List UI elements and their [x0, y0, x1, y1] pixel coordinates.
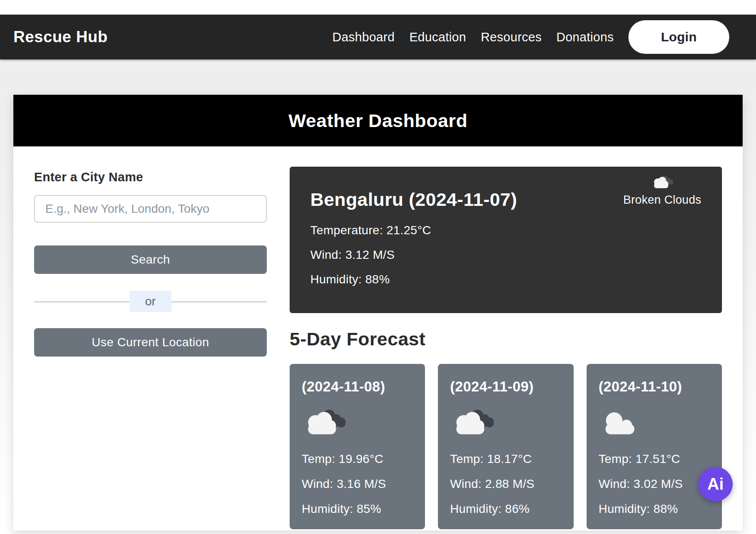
search-panel: Enter a City Name Search or Use Current … [34, 167, 267, 529]
nav-link-dashboard[interactable]: Dashboard [332, 30, 395, 44]
forecast-humidity: Humidity: 86% [450, 502, 561, 516]
forecast-temp: Temp: 18.17°C [450, 452, 561, 466]
dashboard-body: Enter a City Name Search or Use Current … [13, 146, 743, 531]
forecast-humidity: Humidity: 88% [599, 502, 710, 516]
navbar: Rescue Hub Dashboard Education Resources… [0, 15, 756, 59]
or-divider-label: or [130, 291, 172, 312]
nav-link-resources[interactable]: Resources [481, 30, 541, 44]
forecast-date: (2024-11-08) [302, 379, 413, 395]
forecast-wind: Wind: 3.02 M/S [599, 477, 710, 491]
top-strip [0, 0, 756, 15]
current-temperature: Temperature: 21.25°C [310, 223, 701, 238]
broken-clouds-icon [302, 407, 347, 440]
forecast-stats: Temp: 19.96°C Wind: 3.16 M/S Humidity: 8… [302, 452, 413, 516]
forecast-temp: Temp: 19.96°C [302, 452, 413, 466]
brand-logo: Rescue Hub [13, 28, 108, 46]
broken-clouds-icon [450, 407, 496, 440]
forecast-card-day2: (2024-11-09) Temp: [438, 364, 573, 529]
weather-dashboard-card: Weather Dashboard Enter a City Name Sear… [13, 95, 743, 531]
forecast-wind: Wind: 3.16 M/S [302, 477, 413, 491]
forecast-grid: (2024-11-08) Temp: [290, 364, 722, 529]
current-condition: Broken Clouds [623, 174, 701, 207]
use-current-location-button[interactable]: Use Current Location [34, 328, 267, 357]
forecast-card-day3: (2024-11-10) Temp: 17.51°C Wind: 3.02 M/… [587, 364, 722, 529]
forecast-date: (2024-11-09) [450, 379, 561, 395]
city-search-input[interactable] [34, 195, 267, 223]
nav-link-donations[interactable]: Donations [556, 30, 614, 44]
city-input-label: Enter a City Name [34, 170, 267, 184]
forecast-card-day1: (2024-11-08) Temp: [290, 364, 425, 529]
forecast-stats: Temp: 17.51°C Wind: 3.02 M/S Humidity: 8… [599, 452, 710, 516]
current-humidity: Humidity: 88% [310, 272, 701, 287]
weather-content: Bengaluru (2024-11-07) Temperature: 21.2… [290, 167, 722, 529]
broken-clouds-icon [650, 174, 675, 191]
forecast-temp: Temp: 17.51°C [599, 452, 710, 466]
current-condition-label: Broken Clouds [623, 193, 701, 207]
forecast-heading: 5-Day Forecast [290, 329, 722, 348]
ai-assistant-button[interactable]: Ai [698, 467, 733, 501]
page: Rescue Hub Dashboard Education Resources… [0, 0, 756, 534]
nav-menu: Dashboard Education Resources Donations … [332, 20, 729, 54]
forecast-stats: Temp: 18.17°C Wind: 2.88 M/S Humidity: 8… [450, 452, 561, 516]
search-button[interactable]: Search [34, 245, 267, 274]
forecast-date: (2024-11-10) [599, 379, 710, 395]
page-title: Weather Dashboard [13, 95, 743, 146]
scattered-clouds-icon [599, 407, 644, 440]
current-wind: Wind: 3.12 M/S [310, 248, 701, 262]
forecast-humidity: Humidity: 85% [302, 502, 413, 516]
current-weather-card: Bengaluru (2024-11-07) Temperature: 21.2… [290, 167, 722, 313]
forecast-wind: Wind: 2.88 M/S [450, 477, 561, 491]
or-divider: or [34, 301, 267, 302]
login-button[interactable]: Login [628, 20, 729, 54]
nav-link-education[interactable]: Education [409, 30, 466, 44]
